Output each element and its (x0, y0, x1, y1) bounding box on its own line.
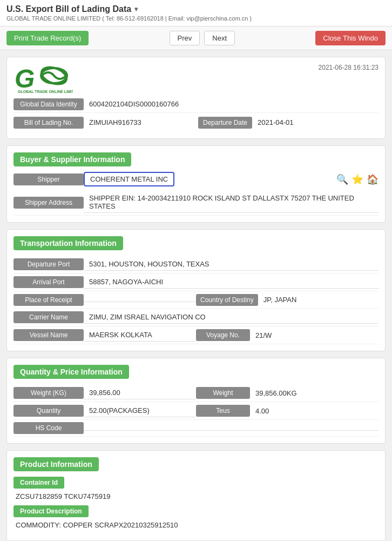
departure-port-value: 5301, HOUSTON, HOUSTON, TEXAS (84, 258, 379, 271)
weight-kg-label: Weight (KG) (13, 387, 84, 399)
prev-button[interactable]: Prev (170, 31, 200, 45)
logo-graphic: G GLOBAL TRADE ONLINE LIMITED (13, 64, 73, 93)
arrival-port-row: Arrival Port 58857, NAGOYA-AICHI (13, 273, 379, 291)
weight-kg-part: Weight (KG) 39,856.00 (13, 386, 196, 399)
weight-value: 39,856.00KG (250, 387, 379, 399)
product-description-value: COMMODITY: COPPER SCRAPX20210325912510 (13, 519, 379, 531)
buyer-supplier-card: Buyer & Supplier Information Shipper COH… (6, 145, 386, 223)
bol-row: Bill of Lading No. ZIMUIAH916733 Departu… (13, 116, 379, 129)
product-title: Product Information (13, 457, 99, 471)
container-id-value: ZCSU7182859 TCKU7475919 (13, 491, 379, 502)
buyer-supplier-title: Buyer & Supplier Information (13, 152, 131, 166)
arrival-port-value: 58857, NAGOYA-AICHI (84, 276, 379, 289)
header-row: G GLOBAL TRADE ONLINE LIMITED 2021-06-28… (13, 64, 379, 93)
country-of-destiny-label: Country of Destiny (196, 294, 258, 306)
vessel-name-part: Vessel Name MAERSK KOLKATA (13, 329, 196, 342)
global-data-label: Global Data Identity (13, 98, 84, 110)
page-title: U.S. Export Bill of Lading Data ▾ (6, 4, 386, 14)
product-description-label: Product Description (13, 505, 89, 517)
global-data-row: Global Data Identity 6004202104DIS000016… (13, 98, 379, 113)
receipt-destiny-row: Place of Receipt Country of Destiny JP, … (13, 291, 379, 309)
home-icon[interactable]: 🏠 (367, 173, 379, 185)
place-of-receipt-value (84, 297, 196, 302)
vessel-voyage-row: Vessel Name MAERSK KOLKATA Voyage No. 21… (13, 326, 379, 344)
departure-date-right: Departure Date 2021-04-01 (198, 116, 379, 129)
quantity-part: Quantity 52.00(PACKAGES) (13, 404, 196, 417)
svg-text:G: G (15, 64, 35, 93)
departure-date-label: Departure Date (198, 117, 252, 129)
main-content: G GLOBAL TRADE ONLINE LIMITED 2021-06-28… (0, 50, 392, 541)
quantity-price-card: Quantity & Price Information Weight (KG)… (6, 358, 386, 444)
logo-area: G GLOBAL TRADE ONLINE LIMITED (13, 64, 73, 93)
print-button[interactable]: Print Trade Record(s) (6, 31, 89, 45)
container-id-section: Container Id ZCSU7182859 TCKU7475919 (13, 477, 379, 502)
shipper-address-value: SHIPPER EIN: 14-20034211910 ROCK ISLAND … (84, 192, 379, 213)
departure-port-row: Departure Port 5301, HOUSTON, HOUSTON, T… (13, 256, 379, 273)
weight-row: Weight (KG) 39,856.00 Weight 39,856.00KG (13, 384, 379, 402)
logo-svg: G GLOBAL TRADE ONLINE LIMITED (13, 64, 73, 93)
star-icon[interactable]: ⭐ (352, 173, 363, 185)
shipper-label: Shipper (13, 173, 84, 185)
departure-port-label: Departure Port (13, 258, 84, 270)
shipper-address-row: Shipper Address SHIPPER EIN: 14-20034211… (13, 190, 379, 216)
teus-value: 4.00 (250, 405, 379, 417)
vessel-name-label: Vessel Name (13, 329, 84, 341)
header-card: G GLOBAL TRADE ONLINE LIMITED 2021-06-28… (6, 57, 386, 139)
hs-code-row: HS Code (13, 420, 379, 437)
shipper-icons: 🔍 ⭐ 🏠 (336, 173, 379, 185)
departure-date-value: 2021-04-01 (252, 116, 379, 129)
voyage-no-value: 21/W (250, 329, 379, 342)
place-of-receipt-part: Place of Receipt (13, 293, 196, 306)
quantity-teus-row: Quantity 52.00(PACKAGES) Teus 4.00 (13, 402, 379, 420)
title-text: U.S. Export Bill of Lading Data (6, 4, 131, 14)
carrier-name-label: Carrier Name (13, 311, 84, 323)
weight-label: Weight (196, 387, 250, 399)
place-of-receipt-label: Place of Receipt (13, 294, 84, 306)
page-subtitle: GLOBAL TRADE ONLINE LIMITED ( Tel: 86-51… (6, 15, 386, 22)
search-icon[interactable]: 🔍 (336, 173, 348, 185)
weight-kg-value: 39,856.00 (84, 386, 196, 399)
bol-value: ZIMUIAH916733 (84, 116, 194, 129)
hs-code-value (84, 426, 379, 431)
vessel-name-value: MAERSK KOLKATA (84, 329, 196, 342)
voyage-no-label: Voyage No. (196, 329, 250, 341)
top-bar: U.S. Export Bill of Lading Data ▾ GLOBAL… (0, 0, 392, 26)
product-description-section: Product Description COMMODITY: COPPER SC… (13, 505, 379, 531)
container-id-label: Container Id (13, 477, 64, 489)
title-arrow[interactable]: ▾ (134, 5, 138, 13)
quantity-price-title: Quantity & Price Information (13, 365, 129, 379)
transportation-title: Transportation Information (13, 236, 123, 250)
quantity-value: 52.00(PACKAGES) (84, 404, 196, 417)
shipper-value: COHERENT METAL INC (84, 172, 174, 186)
hs-code-label: HS Code (13, 422, 84, 434)
close-button[interactable]: Close This Windo (315, 31, 386, 45)
product-card: Product Information Container Id ZCSU718… (6, 450, 386, 541)
country-of-destiny-part: Country of Destiny JP, JAPAN (196, 293, 379, 306)
next-button[interactable]: Next (204, 31, 235, 45)
country-of-destiny-value: JP, JAPAN (258, 293, 379, 306)
weight-part: Weight 39,856.00KG (196, 386, 379, 399)
bol-left: Bill of Lading No. ZIMUIAH916733 (13, 116, 194, 129)
toolbar: Print Trade Record(s) Prev Next Close Th… (0, 26, 392, 50)
teus-part: Teus 4.00 (196, 404, 379, 417)
voyage-no-part: Voyage No. 21/W (196, 329, 379, 342)
teus-label: Teus (196, 405, 250, 417)
shipper-address-label: Shipper Address (13, 197, 84, 209)
arrival-port-label: Arrival Port (13, 276, 84, 288)
transportation-card: Transportation Information Departure Por… (6, 229, 386, 351)
quantity-label: Quantity (13, 405, 84, 417)
carrier-name-row: Carrier Name ZIMU, ZIM ISRAEL NAVIGATION… (13, 309, 379, 326)
shipper-row: Shipper COHERENT METAL INC 🔍 ⭐ 🏠 (13, 172, 379, 186)
global-data-value: 6004202104DIS0000160766 (84, 98, 379, 110)
carrier-name-value: ZIMU, ZIM ISRAEL NAVIGATION CO (84, 311, 379, 324)
bol-label: Bill of Lading No. (13, 117, 84, 129)
svg-text:GLOBAL TRADE ONLINE LIMITED: GLOBAL TRADE ONLINE LIMITED (18, 90, 73, 93)
timestamp: 2021-06-28 16:31:23 (319, 64, 379, 71)
